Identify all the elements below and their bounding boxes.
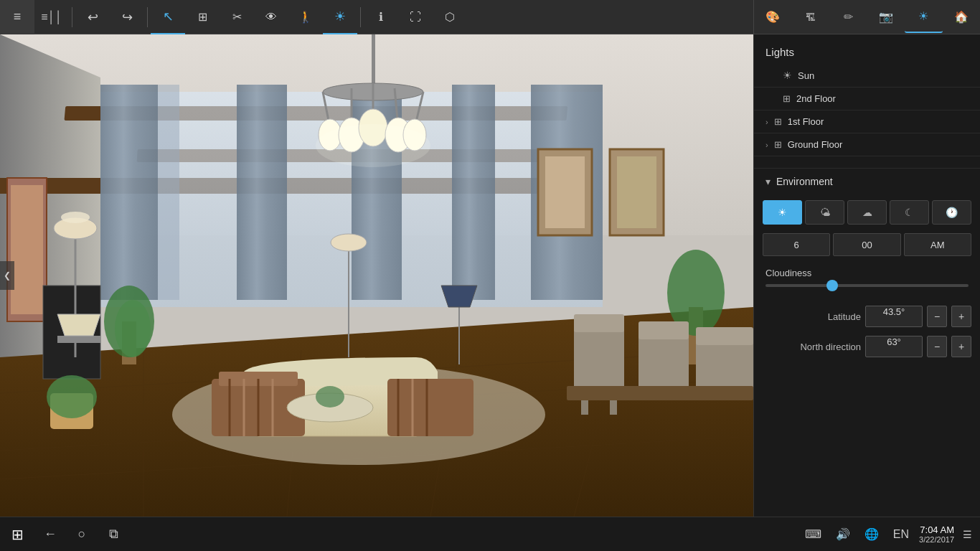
volume-icon[interactable]: 🔊 xyxy=(831,527,854,541)
latitude-minus-icon: − xyxy=(934,311,940,322)
language-icon[interactable]: EN xyxy=(889,528,913,541)
left-collapse-arrow[interactable]: ❮ xyxy=(0,261,14,290)
latitude-row: Latitude 43.5° − + xyxy=(754,301,980,331)
walk-icon: 🚶 xyxy=(298,10,313,24)
cloudiness-thumb[interactable] xyxy=(826,280,838,291)
env-sunny-button[interactable]: 🌤 xyxy=(805,200,844,225)
north-direction-input[interactable]: 63° xyxy=(865,336,923,357)
1st-floor-item-icon: ⊞ xyxy=(774,116,782,127)
svg-point-34 xyxy=(316,124,430,167)
library-icon: ≡││ xyxy=(41,11,62,24)
3d-button[interactable]: ⬡ xyxy=(433,0,467,34)
environment-header[interactable]: ▾ Environment xyxy=(754,168,980,194)
svg-rect-17 xyxy=(158,85,179,300)
north-direction-minus-button[interactable]: − xyxy=(927,336,947,357)
scissors-button[interactable]: ✂ xyxy=(220,0,254,34)
panel-draw-button[interactable]: ✏ xyxy=(829,1,867,33)
walk-button[interactable]: 🚶 xyxy=(288,0,323,34)
taskbar: ⊞ ← ○ ⧉ ⌨ 🔊 🌐 EN 7:04 AM 3/22/2017 ☰ xyxy=(0,517,980,551)
task-view-icon: ⧉ xyxy=(109,527,118,542)
toolbar-sep-2 xyxy=(147,7,148,27)
latitude-plus-button[interactable]: + xyxy=(951,306,971,327)
svg-rect-72 xyxy=(639,321,689,339)
latitude-minus-button[interactable]: − xyxy=(927,306,947,327)
panel-camera-button[interactable]: 📷 xyxy=(867,1,905,33)
lights-1st-floor-item[interactable]: › ⊞ 1st Floor xyxy=(754,110,980,133)
svg-rect-38 xyxy=(617,156,656,228)
env-cloudy-button[interactable]: ☁ xyxy=(847,200,887,225)
dawn-icon: ☀ xyxy=(778,207,787,218)
svg-point-49 xyxy=(115,300,151,357)
time-ampm-input[interactable]: AM xyxy=(904,233,971,256)
svg-rect-20 xyxy=(452,85,495,300)
panel-lights-button[interactable]: ☀ xyxy=(905,1,943,33)
taskbar-right: ⌨ 🔊 🌐 EN 7:04 AM 3/22/2017 ☰ xyxy=(801,524,980,544)
time-ampm-value: AM xyxy=(930,240,945,250)
time-hour-input[interactable]: 6 xyxy=(763,233,830,256)
time-minute-input[interactable]: 00 xyxy=(833,233,900,256)
ground-floor-chevron: › xyxy=(765,141,768,149)
svg-rect-16 xyxy=(100,85,158,300)
undo-button[interactable]: ↩ xyxy=(75,0,110,34)
env-chevron: ▾ xyxy=(765,176,771,187)
env-dawn-button[interactable]: ☀ xyxy=(763,200,802,225)
latitude-input[interactable]: 43.5° xyxy=(865,306,923,327)
night-icon: ☾ xyxy=(905,207,914,218)
lights-sun-item[interactable]: ☀ Sun xyxy=(754,64,980,88)
keyboard-icon[interactable]: ⌨ xyxy=(801,527,826,541)
north-direction-plus-button[interactable]: + xyxy=(951,336,971,357)
network-icon[interactable]: 🌐 xyxy=(860,527,883,541)
north-direction-value: 63° xyxy=(887,336,901,347)
lights-2nd-floor-item[interactable]: ⊞ 2nd Floor xyxy=(754,88,980,110)
env-clock-button[interactable]: 🕐 xyxy=(932,200,971,225)
select-button[interactable]: ↖ xyxy=(151,0,185,34)
redo-button[interactable]: ↪ xyxy=(110,0,144,34)
time-minute-value: 00 xyxy=(862,240,872,250)
notification-icon[interactable]: ☰ xyxy=(960,527,974,542)
env-night-button[interactable]: ☾ xyxy=(890,200,929,225)
panel-home-button[interactable]: 🏠 xyxy=(943,1,981,33)
cloudiness-slider[interactable] xyxy=(765,284,969,287)
panel-build-button[interactable]: 🏗 xyxy=(792,1,830,33)
lights-button[interactable]: ☀ xyxy=(323,0,357,34)
back-button[interactable]: ← xyxy=(34,519,66,550)
time-hour-value: 6 xyxy=(794,240,799,250)
start-icon: ⊞ xyxy=(11,526,24,543)
cloudiness-label: Cloudiness xyxy=(765,268,969,278)
start-button[interactable]: ⊞ xyxy=(0,517,34,552)
latitude-label: Latitude xyxy=(763,311,861,322)
menu-button[interactable]: ≡ xyxy=(0,0,34,34)
back-icon: ← xyxy=(44,527,57,542)
sun-panel-icon: ☀ xyxy=(918,9,928,23)
library-button[interactable]: ≡││ xyxy=(34,0,69,34)
svg-rect-45 xyxy=(57,336,100,343)
fullscreen-icon: ⛶ xyxy=(410,11,421,24)
cortana-button[interactable]: ○ xyxy=(66,519,98,550)
environment-title: Environment xyxy=(776,176,833,187)
svg-rect-36 xyxy=(545,156,585,228)
redo-icon: ↪ xyxy=(122,9,133,25)
svg-rect-68 xyxy=(574,314,624,332)
view-button[interactable]: 👁 xyxy=(254,0,288,34)
task-view-button[interactable]: ⧉ xyxy=(98,519,129,550)
arrange-button[interactable]: ⊞ xyxy=(185,0,220,34)
panel-decorate-button[interactable]: 🎨 xyxy=(754,1,792,33)
north-direction-minus-icon: − xyxy=(934,341,940,352)
select-icon: ↖ xyxy=(163,9,174,24)
svg-marker-46 xyxy=(57,314,100,336)
1st-floor-chevron: › xyxy=(765,118,768,126)
toolbar-sep-1 xyxy=(72,7,72,27)
lights-section: Lights ☀ Sun ⊞ 2nd Floor › ⊞ 1st Floor ›… xyxy=(754,34,980,165)
ground-floor-item-icon: ⊞ xyxy=(774,139,782,150)
viewport[interactable]: ❮ xyxy=(0,34,753,517)
right-panel-toolbar: 🎨 🏗 ✏ 📷 ☀ 🏠 xyxy=(753,0,980,34)
info-button[interactable]: ℹ xyxy=(364,0,398,34)
taskbar-clock[interactable]: 7:04 AM 3/22/2017 xyxy=(919,524,954,544)
top-toolbar: ≡ ≡││ ↩ ↪ ↖ ⊞ ✂ 👁 🚶 ☀ ℹ ⛶ ⬡ xyxy=(0,0,753,34)
camera-icon: 📷 xyxy=(879,10,893,24)
menu-icon: ≡ xyxy=(14,9,22,24)
home-icon: 🏠 xyxy=(954,10,969,24)
fullscreen-button[interactable]: ⛶ xyxy=(398,0,433,34)
lights-ground-floor-item[interactable]: › ⊞ Ground Floor xyxy=(754,133,980,156)
cube-icon: ⬡ xyxy=(445,10,455,24)
